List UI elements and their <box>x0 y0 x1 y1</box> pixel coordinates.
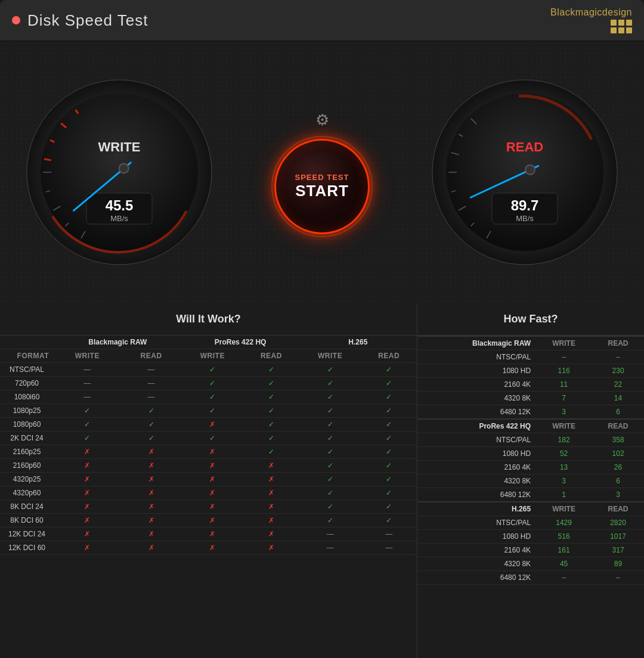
cell: ✓ <box>54 418 121 432</box>
right-table-row: 4320 8K4589 <box>417 557 644 571</box>
right-table-row: 4320 8K714 <box>417 392 644 405</box>
table-row: 720p60——✓✓✓✓ <box>0 377 417 390</box>
app-title: Disk Speed Test <box>27 11 148 30</box>
right-row-label: NTSC/PAL <box>417 433 535 447</box>
format-header <box>0 336 54 349</box>
section-header-row: H.265WRITEREAD <box>417 502 644 516</box>
table-row: 8K DCI 24✗✗✗✗✓✓ <box>0 500 417 514</box>
cell: ✓ <box>243 445 299 459</box>
cell: ✗ <box>54 541 121 555</box>
prores-header: ProRes 422 HQ <box>182 336 299 349</box>
table-row: 4320p25✗✗✗✗✓✓ <box>0 473 417 486</box>
right-row-label: NTSC/PAL <box>417 516 535 530</box>
read-value: 26 <box>592 461 644 474</box>
write-col-header: WRITE <box>535 502 592 516</box>
cell: — <box>54 377 121 390</box>
right-table-row: 2160 4K1122 <box>417 378 644 392</box>
cell: ✗ <box>243 527 299 541</box>
right-row-label: 6480 12K <box>417 488 535 502</box>
gear-icon[interactable]: ⚙ <box>315 111 329 129</box>
cell: ✗ <box>182 459 244 473</box>
read-col-header: READ <box>592 419 644 433</box>
cell: ✓ <box>121 418 182 432</box>
svg-text:MB/s: MB/s <box>516 214 534 223</box>
table-row: 2K DCI 24✓✓✓✓✓✓ <box>0 432 417 445</box>
read-value: 22 <box>592 378 644 392</box>
brand-dot-5 <box>618 27 624 33</box>
bmraw-write-sub: WRITE <box>54 349 121 363</box>
section-header-row: ProRes 422 HQWRITEREAD <box>417 419 644 433</box>
cell: ✗ <box>121 500 182 514</box>
prores-read-sub: READ <box>243 349 299 363</box>
table-row: 12K DCI 24✗✗✗✗—— <box>0 527 417 541</box>
cell: ✗ <box>54 459 121 473</box>
cell: ✗ <box>121 541 182 555</box>
cell: ✓ <box>243 432 299 445</box>
write-value: – <box>535 350 592 364</box>
write-value: 516 <box>535 530 592 544</box>
cell: ✗ <box>121 473 182 486</box>
table-row: 2160p25✗✗✗✓✓✓ <box>0 445 417 459</box>
bmraw-read-sub: READ <box>121 349 182 363</box>
cell: ✓ <box>361 514 417 527</box>
write-value: 1429 <box>535 516 592 530</box>
row-label: 2160p60 <box>0 459 54 473</box>
cell: ✗ <box>243 500 299 514</box>
right-row-label: 2160 4K <box>417 461 535 474</box>
table-row: 4320p60✗✗✗✗✓✓ <box>0 486 417 500</box>
brand-logo: Blackmagicdesign <box>550 7 632 33</box>
cell: ✓ <box>299 473 361 486</box>
write-col-header: WRITE <box>535 336 592 350</box>
right-row-label: 4320 8K <box>417 557 535 571</box>
write-value: 7 <box>535 392 592 405</box>
brand-dots <box>611 20 632 33</box>
speed-test-button[interactable]: SPEED TEST START <box>274 139 370 234</box>
cell: ✓ <box>121 432 182 445</box>
write-value: 13 <box>535 461 592 474</box>
svg-text:WRITE: WRITE <box>98 139 141 154</box>
cell: ✓ <box>243 404 299 418</box>
close-button[interactable] <box>12 16 20 24</box>
cell: ✗ <box>182 418 244 432</box>
cell: ✓ <box>54 432 121 445</box>
cell: ✓ <box>361 500 417 514</box>
cell: ✓ <box>361 473 417 486</box>
cell: ✓ <box>243 363 299 377</box>
read-value: 230 <box>592 364 644 378</box>
row-label: 1080p60 <box>0 418 54 432</box>
write-value: 45 <box>535 557 592 571</box>
cell: — <box>121 390 182 404</box>
cell: ✗ <box>121 459 182 473</box>
how-fast-header: How Fast? <box>417 303 644 335</box>
section-headers: Will It Work? How Fast? <box>0 303 644 336</box>
read-value: 89 <box>592 557 644 571</box>
read-value: 317 <box>592 544 644 557</box>
write-col-header: WRITE <box>535 419 592 433</box>
read-col-header: READ <box>592 502 644 516</box>
right-row-label: 4320 8K <box>417 474 535 488</box>
cell: ✓ <box>361 459 417 473</box>
cell: ✓ <box>361 390 417 404</box>
read-value: 6 <box>592 405 644 420</box>
cell: — <box>299 527 361 541</box>
cell: ✓ <box>299 500 361 514</box>
row-label: 2K DCI 24 <box>0 432 54 445</box>
center-section: ⚙ SPEED TEST START <box>274 111 370 234</box>
right-section-label: Blackmagic RAW <box>417 336 535 350</box>
read-value: 14 <box>592 392 644 405</box>
bmraw-header: Blackmagic RAW <box>54 336 182 349</box>
cell: ✗ <box>243 541 299 555</box>
cell: ✓ <box>361 432 417 445</box>
cell: ✓ <box>299 432 361 445</box>
cell: ✗ <box>243 459 299 473</box>
table-row: 1080p25✓✓✓✓✓✓ <box>0 404 417 418</box>
row-label: 1080p25 <box>0 404 54 418</box>
read-col-header: READ <box>592 336 644 350</box>
cell: ✓ <box>121 404 182 418</box>
write-value: – <box>535 571 592 585</box>
right-row-label: 4320 8K <box>417 392 535 405</box>
brand-dot-4 <box>611 27 617 33</box>
table-row: 2160p60✗✗✗✗✓✓ <box>0 459 417 473</box>
row-label: 1080i60 <box>0 390 54 404</box>
right-row-label: NTSC/PAL <box>417 350 535 364</box>
